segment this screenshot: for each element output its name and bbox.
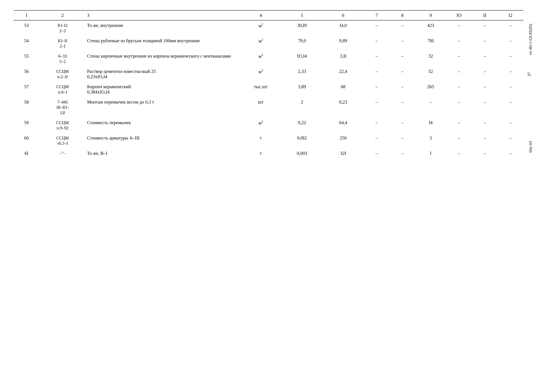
- header-col9: 9: [415, 10, 446, 20]
- table-row: 54IO–II2–IСтены рубленые из брусьев толщ…: [14, 36, 523, 51]
- table-cell: –: [446, 118, 472, 133]
- table-cell: 30,I9: [281, 20, 322, 36]
- table-row: 57ССЦМп.6–IКирпич керамический0,384хIO,I…: [14, 82, 523, 97]
- table-cell: 54: [14, 36, 39, 51]
- table-row: 556–335–2Стены кирпичные внутренние из к…: [14, 51, 523, 66]
- header-col11: II: [472, 10, 498, 20]
- table-cell: м2: [240, 36, 281, 51]
- table-cell: –: [364, 133, 389, 148]
- table-cell: т: [240, 148, 281, 159]
- table-cell: 0,003: [281, 148, 322, 159]
- table-cell: –: [364, 36, 389, 51]
- table-cell: 53: [14, 20, 39, 36]
- header-col6: 6: [322, 10, 364, 20]
- table-cell: –: [472, 66, 498, 82]
- table-cell: 265: [415, 82, 446, 97]
- table-cell: То же, внутренние: [86, 20, 240, 36]
- table-cell: 68: [322, 82, 364, 97]
- table-cell: Монтаж перемычек весом до 0,3 т: [86, 97, 240, 118]
- table-cell: 250: [322, 133, 364, 148]
- header-col4: 4: [240, 10, 281, 20]
- table-cell: IO–I22–2: [39, 20, 86, 36]
- table-cell: 6I: [14, 148, 39, 159]
- table-cell: –: [472, 82, 498, 97]
- table-cell: 6–335–2: [39, 51, 86, 66]
- table-cell-last: –: [498, 82, 523, 97]
- table-cell: I4,0: [322, 20, 364, 36]
- table-cell: 52: [415, 66, 446, 82]
- table-cell: 32: [415, 51, 446, 66]
- side-label-bottom: 66у-03: [528, 141, 533, 153]
- header-col5: 5: [281, 10, 322, 20]
- table-cell: 2: [281, 97, 322, 118]
- table-cell-last: –: [498, 133, 523, 148]
- table-cell: м3: [240, 51, 281, 66]
- table-cell: 3,89: [281, 82, 322, 97]
- table-cell: 9,89: [322, 36, 364, 51]
- table-row: 587–44538–IO–I,8Монтаж перемычек весом д…: [14, 97, 523, 118]
- table-cell: –: [364, 20, 389, 36]
- table-cell: –: [389, 97, 415, 118]
- table-cell: 22,4: [322, 66, 364, 82]
- table-cell: –: [472, 20, 498, 36]
- table-cell: Кирпич керамический0,384хIO,I4: [86, 82, 240, 97]
- table-cell: –: [446, 20, 472, 36]
- table-cell: 56: [14, 66, 39, 82]
- table-cell: –: [389, 66, 415, 82]
- table-cell: IO,I4: [281, 51, 322, 66]
- table-cell: –: [364, 97, 389, 118]
- table-cell: 78I: [415, 36, 446, 51]
- table-cell: м3: [240, 118, 281, 133]
- page-container: тп 4II-1-I2I.85(III) 66у-03 I 2 3 4 5 6 …: [14, 10, 523, 159]
- table-cell: –: [389, 20, 415, 36]
- table-cell: м3: [240, 66, 281, 82]
- table-cell: Стоимость арматуры А–III: [86, 133, 240, 148]
- table-cell: 58: [14, 97, 39, 118]
- side-label-top: тп 4II-1-I2I.85(III): [528, 24, 533, 55]
- table-cell: –: [364, 82, 389, 97]
- header-col2: 2: [39, 10, 86, 20]
- table-cell: –"–: [39, 148, 86, 159]
- table-row: 53IO–I22–2То же, внутреннием230,I9I4,0––…: [14, 20, 523, 36]
- table-row: 6I–"–То же, В–Iт0,00332I––I–––: [14, 148, 523, 159]
- table-cell: –: [364, 66, 389, 82]
- table-cell: 79,0: [281, 36, 322, 51]
- table-cell: 60: [14, 133, 39, 148]
- table-cell: Стоимость перемычек: [86, 118, 240, 133]
- table-cell: 0,0I2: [281, 133, 322, 148]
- table-cell: ССЦМп.6–I: [39, 82, 86, 97]
- table-cell: 57: [14, 82, 39, 97]
- table-cell-last: –: [498, 148, 523, 159]
- table-cell: IO–II2–I: [39, 36, 86, 51]
- header-col12: I2: [498, 10, 523, 20]
- table-cell-last: –: [498, 97, 523, 118]
- table-cell: –: [389, 36, 415, 51]
- table-cell: шт: [240, 97, 281, 118]
- table-cell: 3: [415, 133, 446, 148]
- table-cell: Стены рубленые из брусьев толщиной 100мм…: [86, 36, 240, 51]
- table-cell: Стены кирпичные внутренние из кирпича ке…: [86, 51, 240, 66]
- table-cell: –: [446, 36, 472, 51]
- table-cell-last: –: [498, 20, 523, 36]
- table-cell: I4: [415, 118, 446, 133]
- table-cell: ССЦМп.2–II: [39, 66, 86, 82]
- table-cell: –: [472, 148, 498, 159]
- table-row: 59ССЦМп.9–92Стоимость перемычекм30,2264,…: [14, 118, 523, 133]
- table-row: 60ССЦМтб.3–IСтоимость арматуры А–IIIт0,0…: [14, 133, 523, 148]
- table-cell: –: [472, 36, 498, 51]
- table-cell: 2,33: [281, 66, 322, 82]
- table-cell: –: [389, 118, 415, 133]
- table-cell: 64,4: [322, 118, 364, 133]
- table-cell: 55: [14, 51, 39, 66]
- table-cell: т: [240, 133, 281, 148]
- table-cell: –: [364, 51, 389, 66]
- table-cell: –: [389, 133, 415, 148]
- table-cell: 0,23: [322, 97, 364, 118]
- table-cell: –: [389, 148, 415, 159]
- table-cell: 0,22: [281, 118, 322, 133]
- table-cell: –: [446, 82, 472, 97]
- main-table: I 2 3 4 5 6 7 8 9 IO II I2 53IO–I22–2То …: [14, 10, 523, 159]
- table-cell: –: [446, 51, 472, 66]
- table-cell: –: [472, 97, 498, 118]
- table-cell: –: [364, 118, 389, 133]
